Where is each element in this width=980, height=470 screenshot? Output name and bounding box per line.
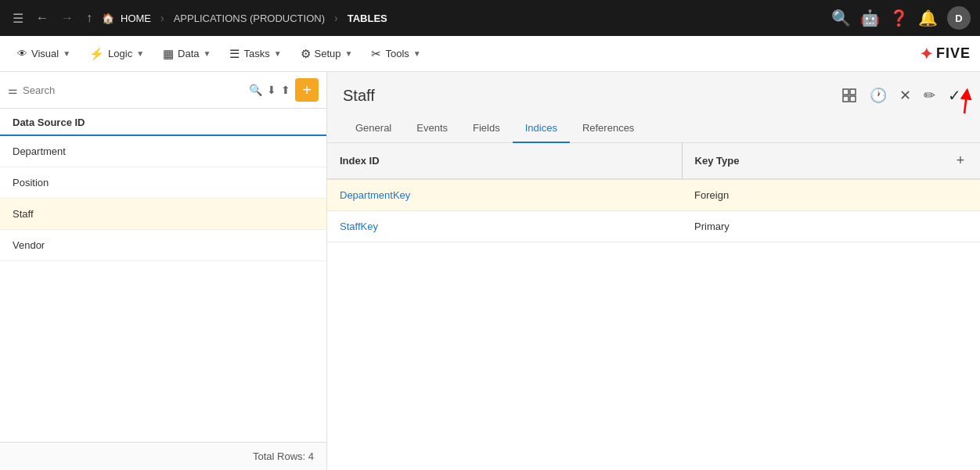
search-icon[interactable]: 🔍 (249, 84, 262, 96)
table-row: StaffKey Primary (327, 211, 980, 242)
data-caret: ▼ (204, 49, 211, 58)
row-action-cell (941, 211, 980, 242)
nav-tools[interactable]: ✂ Tools ▼ (363, 42, 428, 66)
up-icon[interactable]: ↑ (83, 8, 95, 28)
help-icon[interactable]: ❓ (889, 9, 909, 27)
list-item-department[interactable]: Department (0, 136, 326, 167)
table-row: DepartmentKey Foreign (327, 179, 980, 211)
tools-label: Tools (385, 48, 409, 59)
logo-star: ✦ (920, 45, 934, 63)
eye-icon: 👁 (17, 48, 27, 59)
right-actions: 🕐 ✕ ✏ ✓ (838, 83, 964, 108)
tabs-bar: General Events Fields Indices References (327, 114, 980, 143)
filter-icon: ⚌ (8, 84, 18, 96)
tab-fields[interactable]: Fields (460, 114, 513, 143)
second-nav: 👁 Visual ▼ ⚡ Logic ▼ ▦ Data ▼ ☰ Tasks ▼ … (0, 36, 980, 72)
nav-tasks[interactable]: ☰ Tasks ▼ (222, 42, 289, 66)
svg-rect-3 (850, 96, 856, 102)
logic-label: Logic (108, 48, 132, 59)
visual-caret: ▼ (63, 49, 70, 58)
breadcrumb-home[interactable]: HOME (121, 13, 151, 24)
close-button[interactable]: ✕ (896, 84, 914, 107)
upload-icon[interactable]: ⬆ (281, 84, 290, 96)
download-icon[interactable]: ⬇ (267, 84, 276, 96)
logic-icon: ⚡ (89, 47, 104, 61)
top-nav-right: 🔍 🤖 ❓ 🔔 D (831, 6, 971, 30)
tasks-label: Tasks (243, 48, 269, 59)
tab-events[interactable]: Events (404, 114, 460, 143)
tab-references[interactable]: References (570, 114, 647, 143)
breadcrumb: 🏠 HOME › APPLICATIONS (PRODUCTION) › TAB… (102, 12, 387, 24)
list-item-vendor[interactable]: Vendor (0, 230, 326, 261)
grid-view-button[interactable] (838, 84, 860, 106)
search-bar: ⚌ 🔍 ⬇ ⬆ + (0, 72, 326, 109)
tasks-icon: ☰ (229, 47, 240, 61)
bell-icon[interactable]: 🔔 (918, 9, 938, 27)
avatar[interactable]: D (947, 6, 971, 30)
list-item-position[interactable]: Position (0, 167, 326, 199)
setup-caret: ▼ (345, 49, 353, 58)
separator-2: › (334, 12, 338, 24)
svg-rect-0 (843, 89, 848, 95)
key-type-cell: Primary (682, 211, 941, 242)
data-icon: ▦ (163, 47, 174, 61)
right-header: Staff 🕐 ✕ ✏ ✓ (327, 72, 980, 108)
add-button[interactable]: + (295, 78, 319, 102)
breadcrumb-apps[interactable]: APPLICATIONS (PRODUCTION) (174, 13, 325, 24)
data-source-header: Data Source ID (0, 109, 326, 136)
back-icon[interactable]: ← (33, 8, 52, 28)
tab-general[interactable]: General (343, 114, 404, 143)
list-item-staff[interactable]: Staff (0, 199, 326, 230)
tasks-caret: ▼ (274, 49, 282, 58)
col-header-key-type: Key Type (682, 143, 941, 179)
forward-icon[interactable]: → (58, 8, 77, 28)
key-type-cell: Foreign (682, 179, 941, 211)
logo-text: FIVE (936, 45, 971, 62)
content-area: Index ID Key Type + DepartmentKey Foreig… (327, 143, 980, 470)
setup-icon: ⚙ (301, 47, 311, 61)
search-input[interactable] (23, 84, 244, 96)
edit-button[interactable]: ✏ (921, 84, 939, 107)
home-icon: 🏠 (102, 13, 114, 24)
separator-1: › (160, 12, 164, 24)
visual-label: Visual (31, 48, 59, 59)
robot-icon[interactable]: 🤖 (860, 9, 880, 27)
indices-table: Index ID Key Type + DepartmentKey Foreig… (327, 143, 980, 242)
top-nav: ☰ ← → ↑ 🏠 HOME › APPLICATIONS (PRODUCTIO… (0, 0, 980, 36)
breadcrumb-tables[interactable]: TABLES (348, 13, 387, 24)
total-rows: Total Rows: 4 (0, 442, 326, 470)
add-row-button[interactable]: + (957, 152, 965, 169)
svg-rect-1 (850, 89, 856, 95)
nav-visual[interactable]: 👁 Visual ▼ (9, 43, 78, 64)
save-button[interactable]: ✓ (945, 83, 964, 108)
svg-rect-2 (843, 96, 848, 102)
five-logo-container: ✦ FIVE (920, 45, 971, 63)
menu-icon[interactable]: ☰ (9, 8, 27, 29)
history-button[interactable]: 🕐 (867, 84, 890, 107)
tab-indices[interactable]: Indices (513, 114, 570, 143)
nav-setup[interactable]: ⚙ Setup ▼ (293, 42, 361, 66)
tools-caret: ▼ (413, 49, 421, 58)
tools-icon: ✂ (371, 47, 381, 61)
nav-data[interactable]: ▦ Data ▼ (155, 42, 218, 66)
col-header-index-id: Index ID (327, 143, 682, 179)
search-agent-icon[interactable]: 🔍 (831, 9, 851, 27)
nav-logic[interactable]: ⚡ Logic ▼ (81, 42, 152, 66)
left-panel: ⚌ 🔍 ⬇ ⬆ + Data Source ID Department Posi… (0, 72, 327, 470)
setup-label: Setup (315, 48, 341, 59)
add-column-header: + (941, 143, 980, 179)
logic-caret: ▼ (136, 49, 144, 58)
data-label: Data (178, 48, 199, 59)
main-layout: ⚌ 🔍 ⬇ ⬆ + Data Source ID Department Posi… (0, 72, 980, 470)
page-title: Staff (343, 87, 375, 105)
right-header-wrapper: Staff 🕐 ✕ ✏ ✓ (327, 72, 980, 108)
row-action-cell (941, 179, 980, 211)
right-panel: Staff 🕐 ✕ ✏ ✓ (327, 72, 980, 470)
index-id-cell[interactable]: DepartmentKey (327, 179, 682, 211)
index-id-cell[interactable]: StaffKey (327, 211, 682, 242)
